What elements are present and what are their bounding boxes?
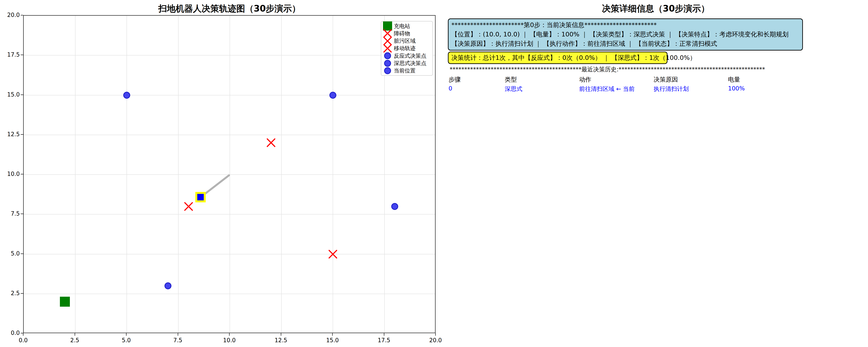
y-tick (21, 95, 23, 95)
x-tick-label: 20.0 (420, 337, 451, 344)
info-line-3: 【决策原因】：执行清扫计划 ｜ 【执行动作】：前往清扫区域 ｜ 【当前状态】：正… (452, 39, 799, 48)
decision-info-panel: 决策详细信息（30步演示） ***********************第0步… (447, 0, 868, 347)
gridline (333, 15, 333, 333)
reactive-point-icon (381, 52, 394, 59)
gridline (24, 254, 435, 254)
history-col-header: 电量 (728, 75, 740, 84)
history-cell: 100% (728, 85, 745, 92)
gridline (24, 294, 435, 294)
x-tick-label: 10.0 (214, 337, 245, 344)
y-tick-label: 17.5 (2, 52, 20, 58)
x-tick (384, 333, 384, 336)
history-table-rows: 0深思式前往清扫区域 ← 当前执行清扫计划100% (448, 85, 864, 94)
legend-item: 深思式决策点 (381, 60, 432, 67)
marker-dirty-area (184, 202, 193, 211)
legend: 充电站 障碍物 脏污区域 移动轨迹 反应式决策点 (381, 21, 433, 76)
deliberative-point-icon (381, 60, 394, 67)
history-cell: 执行清扫计划 (654, 85, 689, 93)
y-tick (21, 333, 23, 333)
marker-current-position (195, 192, 206, 202)
decision-stats-box: 决策统计：总计1次，其中【反应式】：0次（0.0%） ｜ 【深思式】：1次（10… (448, 52, 668, 64)
legend-item: 脏污区域 (381, 37, 432, 45)
y-tick-label: 15.0 (2, 91, 20, 98)
current-position-icon (381, 67, 394, 74)
x-tick-label: 15.0 (317, 337, 348, 344)
current-decision-info-box: ***********************第0步：当前决策信息*******… (448, 19, 803, 51)
y-tick (21, 174, 23, 175)
x-tick (435, 333, 436, 336)
y-tick-label: 12.5 (2, 131, 20, 137)
x-tick (126, 333, 126, 336)
history-cell: 前往清扫区域 ← 当前 (579, 85, 635, 93)
marker-decision-point (123, 92, 130, 99)
x-tick-label: 0.0 (8, 337, 38, 344)
figure: 扫地机器人决策轨迹图（30步演示） 充电站 障碍物 脏污区域 移动轨迹 (0, 0, 868, 347)
history-cell: 深思式 (505, 85, 522, 93)
legend-item: 反应式决策点 (381, 52, 432, 59)
gridline (24, 214, 435, 215)
y-tick-label: 0.0 (2, 330, 20, 336)
history-col-header: 步骤 (448, 75, 461, 84)
y-tick (21, 15, 23, 15)
legend-item: 充电站 (381, 22, 432, 30)
y-tick (21, 134, 23, 135)
trajectory-chart: 扫地机器人决策轨迹图（30步演示） 充电站 障碍物 脏污区域 移动轨迹 (0, 0, 447, 347)
y-tick (21, 293, 23, 294)
y-tick-label: 2.5 (2, 290, 20, 296)
x-tick-label: 12.5 (266, 337, 296, 344)
chart-title: 扫地机器人决策轨迹图（30步演示） (23, 3, 436, 14)
x-tick (178, 333, 178, 336)
y-tick (21, 55, 23, 55)
history-col-header: 动作 (579, 75, 591, 84)
history-table-header: 步骤类型动作决策原因电量 (448, 75, 864, 83)
y-tick (21, 214, 23, 214)
y-tick-label: 20.0 (2, 12, 20, 18)
gridline (24, 95, 435, 95)
info-line-1: ***********************第0步：当前决策信息*******… (452, 21, 799, 30)
marker-obstacle (267, 138, 275, 147)
history-col-header: 类型 (505, 75, 517, 84)
history-header: ****************************************… (450, 65, 765, 73)
marker-decision-point (391, 203, 398, 210)
history-row: 0深思式前往清扫区域 ← 当前执行清扫计划100% (448, 85, 864, 94)
x-tick-label: 7.5 (163, 337, 193, 344)
decision-stats-text: 决策统计：总计1次，其中【反应式】：0次（0.0%） ｜ 【深思式】：1次（10… (452, 54, 696, 62)
plot-area: 充电站 障碍物 脏污区域 移动轨迹 反应式决策点 (23, 15, 436, 333)
x-tick (332, 333, 333, 336)
marker-charging-station (60, 297, 70, 307)
x-tick-label: 5.0 (111, 337, 142, 344)
legend-item: 当前位置 (381, 67, 432, 74)
marker-decision-point (330, 92, 336, 99)
panel-title: 决策详细信息（30步演示） (448, 3, 864, 14)
gridline (75, 15, 75, 333)
y-tick-label: 5.0 (2, 250, 20, 257)
gridline (281, 15, 282, 333)
gridline (24, 135, 435, 135)
marker-obstacle (329, 250, 337, 258)
x-tick-label: 2.5 (60, 337, 90, 344)
gridline (126, 15, 127, 333)
history-col-header: 决策原因 (654, 75, 678, 84)
y-tick-label: 7.5 (2, 210, 20, 217)
gridline (229, 15, 230, 333)
gridline (24, 55, 435, 56)
x-tick (23, 333, 24, 336)
gridline (178, 15, 179, 333)
x-tick-label: 17.5 (369, 337, 399, 344)
legend-item: 障碍物 (381, 30, 432, 37)
legend-item: 移动轨迹 (381, 45, 432, 52)
trajectory-icon (381, 44, 394, 53)
history-cell: 0 (448, 85, 452, 92)
marker-decision-point (164, 282, 172, 289)
info-line-2: 【位置】：(10.0, 10.0) ｜ 【电量】：100% ｜ 【决策类型】：深… (452, 30, 799, 39)
x-tick (281, 333, 281, 336)
x-tick (75, 333, 75, 336)
x-tick (229, 333, 229, 336)
y-tick (21, 254, 23, 254)
y-tick-label: 10.0 (2, 171, 20, 177)
